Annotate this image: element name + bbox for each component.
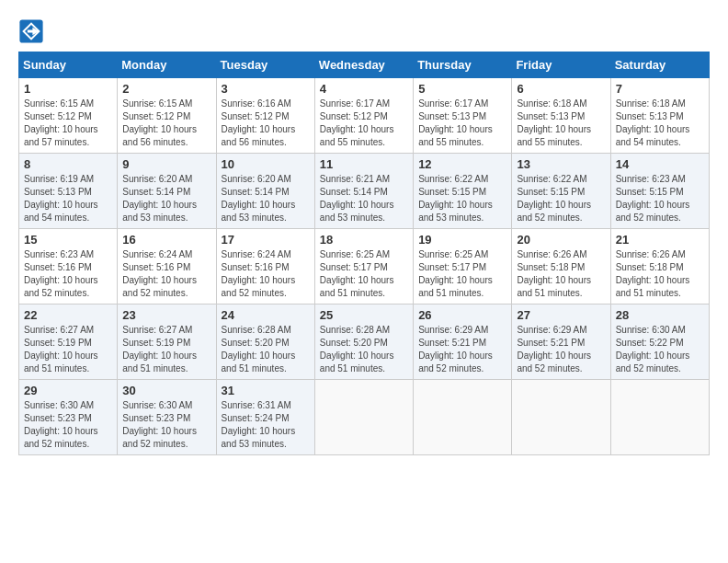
day-info: Sunrise: 6:26 AM Sunset: 5:18 PM Dayligh…: [517, 248, 605, 300]
weekday-header-thursday: Thursday: [414, 52, 512, 78]
logo-icon: [18, 18, 44, 44]
day-number: 8: [24, 157, 112, 171]
calendar-cell: 10 Sunrise: 6:20 AM Sunset: 5:14 PM Dayl…: [216, 154, 314, 229]
calendar-cell: 9 Sunrise: 6:20 AM Sunset: 5:14 PM Dayli…: [118, 154, 216, 229]
day-info: Sunrise: 6:15 AM Sunset: 5:12 PM Dayligh…: [122, 98, 210, 149]
day-number: 12: [418, 157, 506, 171]
calendar-cell: 11 Sunrise: 6:21 AM Sunset: 5:14 PM Dayl…: [314, 154, 413, 229]
day-info: Sunrise: 6:27 AM Sunset: 5:19 PM Dayligh…: [122, 324, 210, 375]
calendar-cell: [414, 380, 512, 455]
calendar-cell: 8 Sunrise: 6:19 AM Sunset: 5:13 PM Dayli…: [19, 154, 118, 229]
day-info: Sunrise: 6:23 AM Sunset: 5:16 PM Dayligh…: [24, 248, 112, 300]
weekday-header-sunday: Sunday: [19, 52, 118, 78]
day-info: Sunrise: 6:25 AM Sunset: 5:17 PM Dayligh…: [320, 248, 408, 300]
day-number: 7: [616, 82, 704, 96]
day-info: Sunrise: 6:28 AM Sunset: 5:20 PM Dayligh…: [222, 324, 310, 375]
day-info: Sunrise: 6:17 AM Sunset: 5:12 PM Dayligh…: [320, 98, 408, 149]
calendar-cell: 21 Sunrise: 6:26 AM Sunset: 5:18 PM Dayl…: [610, 229, 709, 304]
day-number: 18: [320, 233, 408, 247]
day-number: 24: [222, 308, 310, 322]
day-number: 4: [320, 82, 408, 96]
weekday-header-monday: Monday: [118, 52, 216, 78]
calendar-cell: 13 Sunrise: 6:22 AM Sunset: 5:15 PM Dayl…: [512, 154, 610, 229]
day-number: 15: [24, 233, 112, 247]
calendar-cell: 16 Sunrise: 6:24 AM Sunset: 5:16 PM Dayl…: [118, 229, 216, 304]
day-info: Sunrise: 6:21 AM Sunset: 5:14 PM Dayligh…: [320, 173, 408, 224]
calendar-table: SundayMondayTuesdayWednesdayThursdayFrid…: [18, 52, 710, 455]
day-info: Sunrise: 6:25 AM Sunset: 5:17 PM Dayligh…: [418, 248, 506, 300]
day-number: 2: [122, 82, 210, 96]
day-info: Sunrise: 6:22 AM Sunset: 5:15 PM Dayligh…: [517, 173, 605, 224]
calendar-cell: 15 Sunrise: 6:23 AM Sunset: 5:16 PM Dayl…: [19, 229, 118, 304]
calendar-cell: 28 Sunrise: 6:30 AM Sunset: 5:22 PM Dayl…: [610, 304, 709, 380]
day-info: Sunrise: 6:30 AM Sunset: 5:22 PM Dayligh…: [616, 324, 704, 375]
calendar-cell: 7 Sunrise: 6:18 AM Sunset: 5:13 PM Dayli…: [610, 78, 709, 154]
day-number: 16: [122, 233, 210, 247]
day-info: Sunrise: 6:26 AM Sunset: 5:18 PM Dayligh…: [616, 248, 704, 300]
calendar-cell: 25 Sunrise: 6:28 AM Sunset: 5:20 PM Dayl…: [314, 304, 413, 380]
calendar-cell: 6 Sunrise: 6:18 AM Sunset: 5:13 PM Dayli…: [512, 78, 610, 154]
day-info: Sunrise: 6:24 AM Sunset: 5:16 PM Dayligh…: [222, 248, 310, 300]
calendar-cell: 23 Sunrise: 6:27 AM Sunset: 5:19 PM Dayl…: [118, 304, 216, 380]
calendar-cell: 4 Sunrise: 6:17 AM Sunset: 5:12 PM Dayli…: [314, 78, 413, 154]
day-number: 6: [517, 82, 605, 96]
day-number: 13: [517, 157, 605, 171]
calendar-cell: 27 Sunrise: 6:29 AM Sunset: 5:21 PM Dayl…: [512, 304, 610, 380]
logo: [18, 18, 48, 44]
day-number: 3: [222, 82, 310, 96]
page-header: [18, 18, 710, 44]
day-number: 19: [418, 233, 506, 247]
day-info: Sunrise: 6:20 AM Sunset: 5:14 PM Dayligh…: [122, 173, 210, 224]
weekday-header-row: SundayMondayTuesdayWednesdayThursdayFrid…: [19, 52, 710, 78]
day-number: 30: [122, 384, 210, 397]
weekday-header-tuesday: Tuesday: [216, 52, 314, 78]
day-info: Sunrise: 6:19 AM Sunset: 5:13 PM Dayligh…: [24, 173, 112, 224]
day-info: Sunrise: 6:28 AM Sunset: 5:20 PM Dayligh…: [320, 324, 408, 375]
day-number: 9: [122, 157, 210, 171]
calendar-week-4: 22 Sunrise: 6:27 AM Sunset: 5:19 PM Dayl…: [19, 304, 710, 380]
calendar-cell: 24 Sunrise: 6:28 AM Sunset: 5:20 PM Dayl…: [216, 304, 314, 380]
calendar-cell: 19 Sunrise: 6:25 AM Sunset: 5:17 PM Dayl…: [414, 229, 512, 304]
calendar-cell: 20 Sunrise: 6:26 AM Sunset: 5:18 PM Dayl…: [512, 229, 610, 304]
day-number: 11: [320, 157, 408, 171]
calendar-cell: 22 Sunrise: 6:27 AM Sunset: 5:19 PM Dayl…: [19, 304, 118, 380]
day-number: 21: [616, 233, 704, 247]
day-number: 25: [320, 308, 408, 322]
day-info: Sunrise: 6:29 AM Sunset: 5:21 PM Dayligh…: [418, 324, 506, 375]
day-info: Sunrise: 6:30 AM Sunset: 5:23 PM Dayligh…: [122, 399, 210, 451]
day-info: Sunrise: 6:24 AM Sunset: 5:16 PM Dayligh…: [122, 248, 210, 300]
calendar-cell: 1 Sunrise: 6:15 AM Sunset: 5:12 PM Dayli…: [19, 78, 118, 154]
calendar-cell: 3 Sunrise: 6:16 AM Sunset: 5:12 PM Dayli…: [216, 78, 314, 154]
calendar-cell: 29 Sunrise: 6:30 AM Sunset: 5:23 PM Dayl…: [19, 380, 118, 455]
weekday-header-saturday: Saturday: [610, 52, 709, 78]
day-info: Sunrise: 6:16 AM Sunset: 5:12 PM Dayligh…: [222, 98, 310, 149]
weekday-header-friday: Friday: [512, 52, 610, 78]
day-number: 28: [616, 308, 704, 322]
calendar-body: 1 Sunrise: 6:15 AM Sunset: 5:12 PM Dayli…: [19, 78, 710, 455]
day-number: 27: [517, 308, 605, 322]
day-number: 17: [222, 233, 310, 247]
calendar-week-1: 1 Sunrise: 6:15 AM Sunset: 5:12 PM Dayli…: [19, 78, 710, 154]
calendar-cell: 5 Sunrise: 6:17 AM Sunset: 5:13 PM Dayli…: [414, 78, 512, 154]
day-number: 20: [517, 233, 605, 247]
day-info: Sunrise: 6:22 AM Sunset: 5:15 PM Dayligh…: [418, 173, 506, 224]
calendar-cell: [314, 380, 413, 455]
day-info: Sunrise: 6:23 AM Sunset: 5:15 PM Dayligh…: [616, 173, 704, 224]
weekday-header-wednesday: Wednesday: [314, 52, 413, 78]
day-info: Sunrise: 6:15 AM Sunset: 5:12 PM Dayligh…: [24, 98, 112, 149]
calendar-cell: [512, 380, 610, 455]
day-info: Sunrise: 6:20 AM Sunset: 5:14 PM Dayligh…: [222, 173, 310, 224]
calendar-cell: 14 Sunrise: 6:23 AM Sunset: 5:15 PM Dayl…: [610, 154, 709, 229]
day-number: 23: [122, 308, 210, 322]
day-number: 10: [222, 157, 310, 171]
day-info: Sunrise: 6:17 AM Sunset: 5:13 PM Dayligh…: [418, 98, 506, 149]
calendar-cell: 12 Sunrise: 6:22 AM Sunset: 5:15 PM Dayl…: [414, 154, 512, 229]
day-info: Sunrise: 6:30 AM Sunset: 5:23 PM Dayligh…: [24, 399, 112, 451]
day-number: 14: [616, 157, 704, 171]
calendar-cell: 30 Sunrise: 6:30 AM Sunset: 5:23 PM Dayl…: [118, 380, 216, 455]
calendar-cell: 17 Sunrise: 6:24 AM Sunset: 5:16 PM Dayl…: [216, 229, 314, 304]
calendar-cell: 26 Sunrise: 6:29 AM Sunset: 5:21 PM Dayl…: [414, 304, 512, 380]
calendar-cell: 18 Sunrise: 6:25 AM Sunset: 5:17 PM Dayl…: [314, 229, 413, 304]
day-number: 22: [24, 308, 112, 322]
day-info: Sunrise: 6:27 AM Sunset: 5:19 PM Dayligh…: [24, 324, 112, 375]
